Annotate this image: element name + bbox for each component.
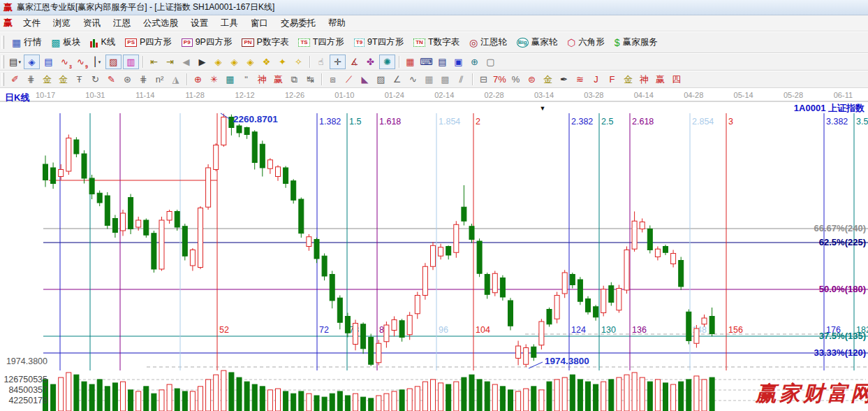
web-sync-tool[interactable]: ⊕ bbox=[467, 55, 482, 68]
grid-b-tool[interactable]: ▩ bbox=[438, 73, 453, 86]
menu-item-7[interactable]: 窗口 bbox=[244, 17, 274, 29]
gold-square-tool[interactable]: 金 bbox=[40, 73, 54, 86]
p-square-button[interactable]: PSP四方形 bbox=[120, 34, 177, 51]
percent-line-tool[interactable]: ⊜ bbox=[524, 73, 539, 86]
box-tool[interactable]: ⧈ bbox=[325, 73, 340, 86]
gold-ring-tool[interactable]: 金 bbox=[56, 73, 71, 86]
comb-tool[interactable]: ⋕ bbox=[24, 73, 38, 86]
save-tool[interactable]: ▣ bbox=[451, 55, 466, 68]
cycle-circle-tool[interactable]: ⊛ bbox=[120, 73, 135, 86]
scale-tool[interactable]: ⊟ bbox=[476, 73, 491, 86]
hexagon-button[interactable]: ⬡六角形 bbox=[562, 34, 610, 51]
histogram-tool[interactable]: ▥ bbox=[123, 55, 139, 69]
gann-arrow-right[interactable]: ◈ bbox=[227, 55, 242, 68]
t-grid-tool[interactable]: Ŧ bbox=[72, 73, 87, 86]
t-square-button[interactable]: TST四方形 bbox=[293, 34, 348, 51]
ink-tool[interactable]: ✒ bbox=[557, 73, 571, 86]
shen-angle-tool[interactable]: 神 bbox=[637, 73, 652, 86]
brain-tool[interactable]: ✺ bbox=[379, 55, 395, 69]
gann-arrow-plus[interactable]: ✦ bbox=[275, 55, 290, 68]
menu-item-0[interactable]: 文件 bbox=[17, 17, 47, 29]
gann-fan-circle-tool[interactable]: ⊕ bbox=[191, 73, 205, 86]
date-tick: 02-28 bbox=[485, 91, 504, 99]
menu-item-4[interactable]: 公式选股 bbox=[137, 17, 184, 29]
hand-tool[interactable]: ☝ bbox=[314, 55, 328, 68]
menu-item-8[interactable]: 交易委托 bbox=[274, 17, 322, 29]
chart-canvas[interactable]: 10-1710-3111-1411-2812-1212-2601-1001-24… bbox=[0, 88, 868, 411]
kline-button[interactable]: K线 bbox=[85, 34, 120, 51]
grid-a-tool[interactable]: ▦ bbox=[422, 73, 436, 86]
parallel-tool[interactable]: ⫽ bbox=[454, 73, 469, 86]
menu-item-2[interactable]: 资讯 bbox=[77, 17, 107, 29]
f-angle-tool[interactable]: F bbox=[605, 73, 619, 86]
menu-item-6[interactable]: 工具 bbox=[214, 17, 244, 29]
calendar-tool[interactable]: ▦ bbox=[403, 55, 418, 68]
angle-measure-tool[interactable]: ∡ bbox=[347, 55, 362, 68]
ruler-tool[interactable]: ⧉ bbox=[287, 73, 302, 86]
wave-3-tool[interactable]: ∿3 bbox=[57, 55, 72, 68]
j-angle-tool[interactable]: J bbox=[589, 73, 603, 86]
span-tool[interactable]: ↹ bbox=[303, 73, 318, 86]
gold-ring-2-tool[interactable]: 金 bbox=[540, 73, 555, 86]
percent-tool[interactable]: % bbox=[508, 73, 523, 86]
p-number-table-button[interactable]: PNP数字表 bbox=[237, 34, 293, 51]
gann-arrow-horizontal[interactable]: ◈ bbox=[243, 55, 258, 68]
nav-last[interactable]: ⇥ bbox=[163, 55, 177, 68]
candle-body bbox=[508, 301, 513, 326]
notes-tool[interactable]: ▤ bbox=[435, 55, 450, 68]
ying-angle-tool[interactable]: 赢 bbox=[653, 73, 668, 86]
crosshair-tool[interactable]: ✛ bbox=[330, 55, 346, 69]
gold-angle-tool[interactable]: 金 bbox=[621, 73, 635, 86]
candle-body bbox=[182, 226, 187, 257]
winner-wheel-button[interactable]: Big赢家轮 bbox=[512, 34, 562, 51]
nav-prev[interactable]: ◀ bbox=[179, 55, 193, 68]
web-grid-tool[interactable]: ▦ bbox=[223, 73, 237, 86]
zigzag-tool[interactable]: ∿ bbox=[406, 73, 420, 86]
angle-mirror-tool[interactable]: ◮ bbox=[168, 73, 183, 86]
gann-ratio-label: 1.618 bbox=[379, 117, 401, 127]
flower-tool[interactable]: ✤ bbox=[363, 55, 378, 68]
fan-red-tool[interactable]: ⟋ bbox=[341, 73, 356, 86]
wave-9-tool[interactable]: ∿9 bbox=[73, 55, 88, 68]
double-tick-tool[interactable]: ʺ bbox=[239, 73, 253, 86]
nine-p-square-button[interactable]: P99P四方形 bbox=[177, 34, 237, 51]
angle-line-tool[interactable]: ∠ bbox=[390, 73, 404, 86]
n-square-tool[interactable]: n² bbox=[152, 73, 167, 86]
marker-tool[interactable]: ✎ bbox=[104, 73, 119, 86]
pattern-tool[interactable]: ▨ bbox=[105, 55, 122, 69]
menu-item-1[interactable]: 浏览 bbox=[47, 17, 77, 29]
t-number-table-button[interactable]: TNT数字表 bbox=[409, 34, 464, 51]
pen-tool[interactable]: ✐ bbox=[8, 73, 22, 86]
nav-next[interactable]: ▶ bbox=[195, 55, 209, 68]
wave-band-tool[interactable]: ≋ bbox=[573, 73, 587, 86]
gann-arrow-all[interactable]: ✧ bbox=[291, 55, 306, 68]
percent-7-tool[interactable]: 7% bbox=[492, 73, 507, 86]
watermark: 赢家财富网 bbox=[756, 380, 868, 408]
menu-item-3[interactable]: 江恩 bbox=[107, 17, 137, 29]
remote-tool[interactable]: ▢ bbox=[483, 55, 498, 68]
market-quotes-button[interactable]: ▦行情 bbox=[7, 34, 46, 51]
radial-web-tool[interactable]: ✳ bbox=[207, 73, 221, 86]
si-angle-tool[interactable]: 四 bbox=[669, 73, 684, 86]
comb-tool-2[interactable]: ⋕ bbox=[136, 73, 151, 86]
zoom-pattern-tool[interactable]: ◈ bbox=[24, 55, 40, 69]
menu-item-9[interactable]: 帮助 bbox=[322, 17, 352, 29]
candle-style-dropdown[interactable]: ⎮▾ bbox=[89, 55, 104, 68]
kline-period-dropdown[interactable]: ▤▾ bbox=[8, 55, 22, 68]
calculator-tool[interactable]: ⌨ bbox=[419, 55, 434, 68]
nine-t-square-button[interactable]: T99T四方形 bbox=[349, 34, 409, 51]
nav-first[interactable]: ⇤ bbox=[147, 55, 161, 68]
ying-tool[interactable]: 赢 bbox=[271, 73, 286, 86]
gann-arrow-left[interactable]: ◈ bbox=[211, 55, 226, 68]
menu-item-5[interactable]: 设置 bbox=[184, 17, 214, 29]
info-panel-tool[interactable]: ▤ bbox=[41, 55, 56, 68]
fan-purple-tool[interactable]: ◣ bbox=[358, 73, 372, 86]
gann-arrow-cross[interactable]: ❖ bbox=[259, 55, 274, 68]
spiral-tool[interactable]: ↻ bbox=[88, 73, 103, 86]
gann-wheel-button[interactable]: ◎江恩轮 bbox=[464, 34, 512, 51]
sectors-button[interactable]: ▩板块 bbox=[46, 34, 85, 51]
winner-service-button[interactable]: $赢家服务 bbox=[610, 34, 663, 51]
diag-grid-tool[interactable]: ▨ bbox=[374, 73, 388, 86]
shen-tool[interactable]: 神 bbox=[255, 73, 270, 86]
candle-body bbox=[97, 193, 102, 203]
